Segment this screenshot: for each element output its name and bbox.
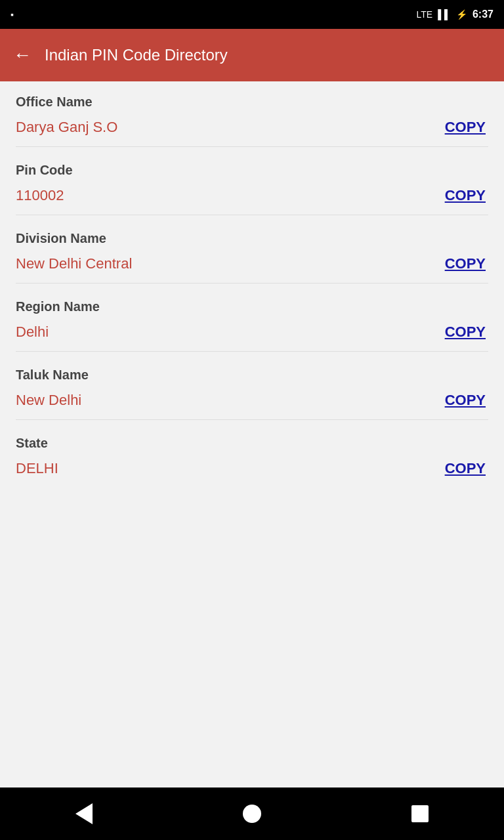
divider-4 [16, 419, 488, 420]
field-section-state: StateDELHICOPY [16, 436, 488, 482]
field-label-state: State [16, 436, 488, 451]
bottom-nav [0, 788, 504, 840]
lte-indicator: LTE [416, 9, 432, 20]
field-section-region-name: Region NameDelhiCOPY [16, 299, 488, 352]
field-value-taluk-name: New Delhi [16, 392, 81, 409]
field-value-division-name: New Delhi Central [16, 255, 132, 272]
divider-1 [16, 215, 488, 215]
signal-icon: ▌▌ [438, 9, 451, 20]
copy-button-pin-code[interactable]: COPY [442, 182, 488, 209]
recents-square-icon [411, 805, 429, 822]
nav-back-button[interactable] [64, 794, 104, 833]
nav-recents-button[interactable] [400, 794, 440, 833]
field-row-pin-code: 110002COPY [16, 182, 488, 209]
field-value-pin-code: 110002 [16, 187, 64, 204]
field-row-taluk-name: New DelhiCOPY [16, 387, 488, 414]
field-row-region-name: DelhiCOPY [16, 318, 488, 346]
status-bar: ▪ LTE ▌▌ ⚡ 6:37 [0, 0, 504, 29]
field-label-region-name: Region Name [16, 299, 488, 314]
back-button[interactable]: ← [13, 45, 32, 66]
clock: 6:37 [472, 9, 494, 20]
field-label-pin-code: Pin Code [16, 163, 488, 178]
field-label-taluk-name: Taluk Name [16, 368, 488, 383]
back-triangle-icon [75, 803, 93, 824]
home-circle-icon [243, 805, 261, 823]
copy-button-office-name[interactable]: COPY [442, 114, 488, 141]
field-value-region-name: Delhi [16, 324, 49, 341]
field-value-office-name: Darya Ganj S.O [16, 119, 117, 136]
field-label-division-name: Division Name [16, 231, 488, 246]
field-section-taluk-name: Taluk NameNew DelhiCOPY [16, 368, 488, 420]
field-section-pin-code: Pin Code110002COPY [16, 163, 488, 215]
field-row-office-name: Darya Ganj S.OCOPY [16, 114, 488, 141]
field-section-division-name: Division NameNew Delhi CentralCOPY [16, 231, 488, 284]
field-value-state: DELHI [16, 460, 58, 477]
field-label-office-name: Office Name [16, 94, 488, 110]
copy-button-taluk-name[interactable]: COPY [442, 387, 488, 414]
field-row-state: DELHICOPY [16, 455, 488, 482]
app-title: Indian PIN Code Directory [45, 46, 228, 64]
divider-0 [16, 146, 488, 147]
nav-home-button[interactable] [232, 794, 272, 833]
battery-icon: ⚡ [456, 9, 467, 20]
copy-button-division-name[interactable]: COPY [442, 250, 488, 278]
field-row-division-name: New Delhi CentralCOPY [16, 250, 488, 278]
divider-2 [16, 283, 488, 284]
divider-3 [16, 351, 488, 352]
copy-button-state[interactable]: COPY [442, 455, 488, 482]
content-area: Office NameDarya Ganj S.OCOPYPin Code110… [0, 81, 504, 788]
sim-icon: ▪ [10, 9, 14, 20]
app-bar: ← Indian PIN Code Directory [0, 29, 504, 81]
field-section-office-name: Office NameDarya Ganj S.OCOPY [16, 94, 488, 147]
copy-button-region-name[interactable]: COPY [442, 318, 488, 346]
